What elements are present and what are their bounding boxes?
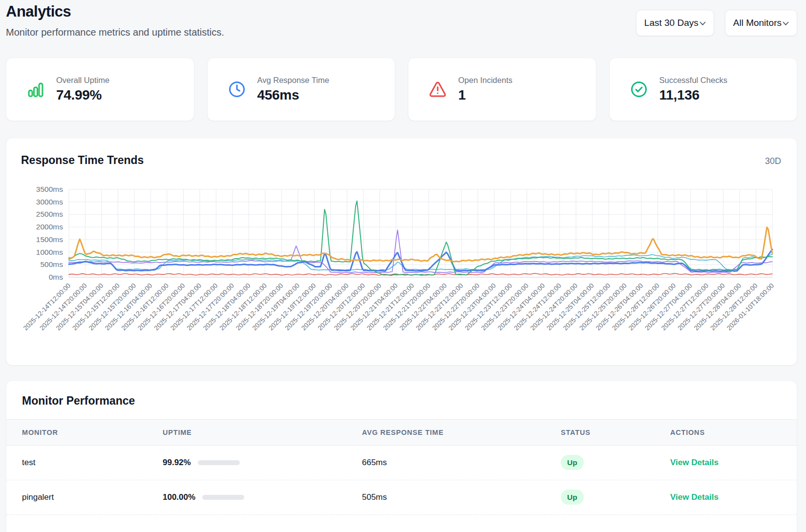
stat-card-successful-checks: Successful Checks 11,136 [609, 58, 798, 121]
uptime-bar [202, 495, 244, 500]
series-orange [69, 227, 772, 262]
avg-response-value: 665ms [362, 458, 387, 468]
y-axis-label: 3000ms [36, 198, 63, 206]
stat-label: Overall Uptime [56, 76, 109, 85]
response-time-trends-card: Response Time Trends 30D 0ms500ms1000ms1… [6, 138, 797, 366]
table-row: pingalert100.00%505msUpView Details [6, 480, 797, 515]
series-cyan [69, 254, 772, 270]
response-time-chart: 0ms500ms1000ms1500ms2000ms2500ms3000ms35… [11, 184, 793, 363]
monitor-filter-select[interactable]: All Monitors [725, 10, 797, 36]
stats-row: Overall Uptime 74.99% Avg Response Time … [6, 58, 797, 121]
column-header: Avg Response Time [362, 429, 444, 436]
monitor-table-body: test99.92%665msUpView Detailspingalert10… [6, 446, 797, 515]
uptime-value: 99.92% [163, 458, 191, 468]
series-purple [69, 230, 772, 273]
stat-value: 11,136 [659, 87, 727, 103]
monitor-name: test [22, 458, 35, 468]
chevron-down-icon [701, 18, 706, 28]
uptime-value: 100.00% [163, 492, 195, 502]
status-badge: Up [561, 490, 584, 505]
stat-card-overall-uptime: Overall Uptime 74.99% [6, 58, 194, 121]
table-header-row: MonitorUptimeAvg Response TimeStatusActi… [6, 419, 797, 446]
chart-title: Response Time Trends [21, 154, 144, 167]
status-badge: Up [561, 455, 584, 470]
time-range-select[interactable]: Last 30 Days [636, 10, 714, 36]
y-axis-label: 2500ms [36, 210, 63, 218]
monitor-name: pingalert [22, 492, 54, 502]
y-axis-label: 2000ms [36, 223, 63, 231]
stat-value: 1 [458, 87, 512, 103]
stat-card-open-incidents: Open Incidents 1 [408, 58, 596, 121]
chart-range-badge: 30D [765, 156, 781, 166]
y-axis-label: 0ms [49, 273, 64, 281]
stat-label: Successful Checks [659, 76, 727, 85]
column-header: Monitor [22, 429, 58, 436]
page-subtitle: Monitor performance metrics and uptime s… [6, 27, 224, 38]
bar-chart-icon [26, 80, 45, 99]
table-row: test99.92%665msUpView Details [6, 446, 797, 480]
view-details-link[interactable]: View Details [670, 492, 719, 502]
y-axis-label: 1000ms [36, 248, 63, 256]
monitor-performance-card: Monitor Performance MonitorUptimeAvg Res… [6, 380, 797, 532]
stat-value: 456ms [257, 87, 329, 103]
stat-card-avg-response: Avg Response Time 456ms [207, 58, 396, 121]
header-controls: Last 30 Days All Monitors [636, 10, 797, 36]
table-title: Monitor Performance [6, 381, 797, 419]
view-details-link[interactable]: View Details [670, 458, 719, 467]
uptime-bar [198, 460, 240, 465]
column-header: Uptime [163, 429, 192, 436]
monitor-filter-value: All Monitors [733, 18, 782, 28]
column-header: Status [561, 429, 591, 436]
check-circle-icon [629, 80, 649, 99]
stat-label: Avg Response Time [257, 76, 329, 85]
avg-response-value: 505ms [362, 492, 387, 502]
y-axis-label: 3500ms [36, 185, 63, 193]
clock-icon [227, 80, 247, 99]
alert-triangle-icon [428, 80, 447, 99]
time-range-value: Last 30 Days [644, 18, 699, 28]
stat-label: Open Incidents [458, 76, 512, 85]
page-title: Analytics [6, 3, 71, 20]
y-axis-label: 1500ms [36, 235, 63, 244]
stat-value: 74.99% [56, 87, 109, 103]
y-axis-label: 500ms [40, 260, 63, 268]
column-header: Actions [670, 429, 705, 436]
chevron-down-icon [784, 18, 789, 28]
